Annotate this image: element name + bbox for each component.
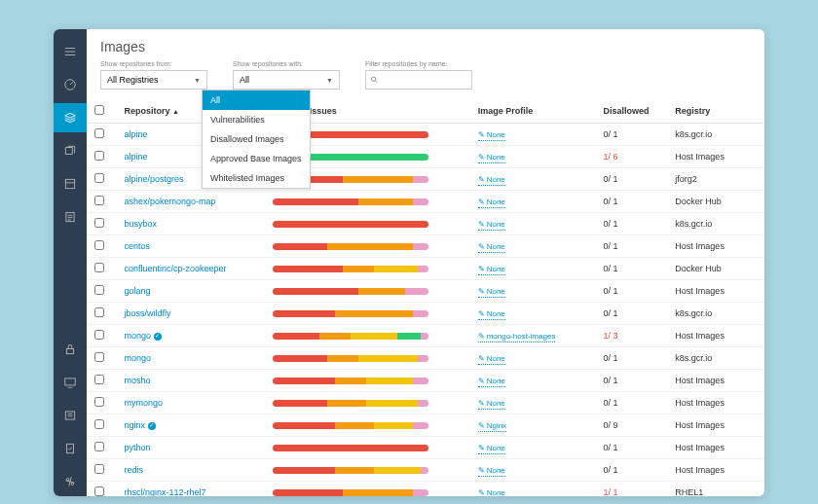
repository-link[interactable]: python [124, 443, 150, 452]
row-checkbox[interactable] [94, 442, 104, 451]
filter-from-select[interactable]: All Registries ▼ [100, 70, 207, 90]
row-checkbox[interactable] [94, 397, 104, 407]
dropdown-option[interactable]: Approved Base Images [203, 149, 310, 168]
image-profile-link[interactable]: None [478, 466, 505, 477]
row-checkbox[interactable] [94, 285, 104, 295]
svg-rect-3 [67, 348, 74, 353]
repository-link[interactable]: alpine [124, 129, 147, 139]
repository-link[interactable]: centos [124, 241, 150, 251]
table-row: alpine/postgresNone0/ 1jforg2 [87, 168, 764, 191]
sidebar-clipboard[interactable] [54, 434, 87, 463]
security-issues-bar [273, 266, 428, 272]
sidebar-list[interactable] [54, 401, 87, 430]
disallowed-value: 0/ 1 [604, 443, 618, 452]
image-profile-link[interactable]: Nginx [478, 421, 506, 432]
verified-icon [154, 333, 162, 341]
image-profile-link[interactable]: None [478, 242, 505, 253]
repository-link[interactable]: mosho [124, 376, 150, 385]
image-profile-link[interactable]: None [478, 198, 505, 208]
filter-with-select[interactable]: All ▼ [233, 70, 340, 90]
repository-link[interactable]: mymongo [124, 398, 163, 408]
sidebar-monitor[interactable] [54, 368, 87, 397]
repository-link[interactable]: redis [124, 465, 143, 475]
sidebar-images[interactable] [54, 103, 87, 132]
table-row: centosNone0/ 1Host Images [87, 235, 764, 258]
row-checkbox[interactable] [94, 128, 104, 138]
filter-name-label: Filter repositories by name: [365, 60, 472, 67]
image-profile-link[interactable]: None [478, 399, 505, 410]
repository-link[interactable]: golang [124, 286, 150, 296]
security-issues-bar [273, 378, 428, 384]
image-profile-link[interactable]: None [478, 444, 505, 454]
image-profile-link[interactable]: None [478, 309, 505, 320]
filter-bar: Show repositories from: All Registries ▼… [87, 60, 764, 99]
row-checkbox[interactable] [94, 464, 104, 474]
repository-link[interactable]: nginx [124, 420, 145, 430]
image-profile-link[interactable]: None [478, 354, 505, 365]
repository-link[interactable]: mongo [124, 331, 151, 341]
sidebar-lock[interactable] [54, 335, 87, 364]
sidebar-dashboard[interactable] [54, 70, 87, 99]
image-profile-link[interactable]: None [478, 265, 505, 275]
row-checkbox[interactable] [94, 486, 104, 496]
sidebar-workloads[interactable] [54, 169, 87, 198]
row-checkbox[interactable] [94, 330, 104, 340]
image-profile-link[interactable]: None [478, 377, 505, 387]
registry-value: Docker Hub [675, 264, 722, 273]
filter-name-input[interactable] [383, 75, 467, 85]
select-all-checkbox[interactable] [94, 105, 104, 115]
row-checkbox[interactable] [94, 218, 104, 228]
row-checkbox[interactable] [94, 307, 104, 317]
table-row: confluentinc/cp-zookeeperNone0/ 1Docker … [87, 258, 764, 280]
row-checkbox[interactable] [94, 375, 104, 384]
repository-link[interactable]: alpine [124, 152, 147, 162]
dropdown-option[interactable]: Disallowed Images [203, 129, 310, 149]
registry-value: k8s.gcr.io [675, 219, 712, 229]
row-checkbox[interactable] [94, 352, 104, 362]
image-profile-link[interactable]: None [478, 130, 505, 141]
repository-link[interactable]: confluentinc/cp-zookeeper [124, 264, 226, 273]
image-profile-link[interactable]: None [478, 220, 505, 231]
sidebar-containers[interactable] [54, 136, 87, 165]
repository-link[interactable]: jboss/wildfly [124, 308, 170, 318]
filter-name-input-wrap[interactable] [365, 70, 472, 90]
header-disallowed[interactable]: Disallowed [596, 99, 668, 124]
repository-link[interactable]: busybox [124, 219, 157, 229]
image-profile-link[interactable]: mongo-host-images [478, 332, 556, 342]
security-issues-bar [273, 355, 428, 362]
repository-link[interactable]: mongo [124, 353, 151, 363]
row-checkbox[interactable] [94, 151, 104, 161]
row-checkbox[interactable] [94, 263, 104, 272]
image-profile-link[interactable]: None [478, 287, 505, 298]
repository-link[interactable]: rhscl/nginx-112-rhel7 [124, 487, 205, 496]
dropdown-option[interactable]: All [203, 90, 310, 110]
sidebar-settings[interactable] [54, 467, 87, 496]
dropdown-option[interactable]: Whitelisted Images [203, 168, 310, 188]
disallowed-value: 0/ 1 [604, 308, 618, 318]
repository-link[interactable]: alpine/postgres [124, 174, 183, 184]
image-profile-link[interactable]: None [478, 488, 505, 496]
header-image-profile[interactable]: Image Profile [470, 99, 596, 124]
row-checkbox[interactable] [94, 196, 104, 205]
table-container[interactable]: Repository ▲ Security Issues Image Profi… [87, 99, 764, 496]
app-window: Images Show repositories from: All Regis… [54, 29, 764, 496]
disallowed-value: 0/ 9 [604, 420, 618, 430]
image-profile-link[interactable]: None [478, 175, 505, 186]
table-row: alpineNone0/ 1k8s.gcr.io [87, 124, 764, 146]
table-row: golangNone0/ 1Host Images [87, 280, 764, 303]
registry-value: RHEL1 [675, 487, 703, 496]
sidebar-menu[interactable] [54, 37, 87, 66]
security-issues-bar [273, 198, 428, 205]
row-checkbox[interactable] [94, 173, 104, 183]
image-profile-link[interactable]: None [478, 153, 505, 163]
disallowed-value: 1/ 3 [604, 331, 618, 341]
header-registry[interactable]: Registry [667, 99, 764, 124]
repository-link[interactable]: ashex/pokemongo-map [124, 197, 215, 206]
svg-rect-1 [65, 179, 74, 188]
dropdown-option[interactable]: Vulnerabilities [203, 110, 310, 129]
row-checkbox[interactable] [94, 419, 104, 429]
security-issues-bar [273, 400, 428, 407]
sidebar-reports[interactable] [54, 202, 87, 232]
security-issues-bar [273, 467, 428, 474]
row-checkbox[interactable] [94, 240, 104, 250]
